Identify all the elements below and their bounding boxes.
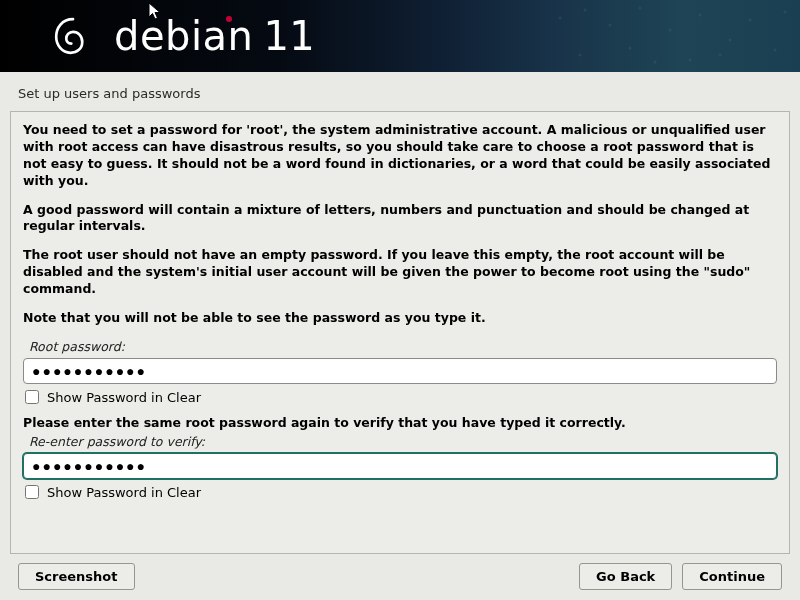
brand-version: 11	[263, 13, 315, 59]
show-password-2-row[interactable]: Show Password in Clear	[25, 485, 777, 500]
header-pattern	[540, 0, 800, 72]
footer-bar: Screenshot Go Back Continue	[0, 563, 800, 590]
screenshot-button[interactable]: Screenshot	[18, 563, 135, 590]
svg-point-2	[609, 24, 612, 27]
svg-point-8	[774, 49, 777, 52]
brand-name: debian	[114, 13, 253, 59]
svg-point-13	[784, 11, 787, 14]
intro-paragraph-3: The root user should not have an empty p…	[23, 247, 777, 298]
svg-point-7	[749, 19, 752, 22]
svg-point-6	[729, 39, 732, 42]
svg-point-4	[669, 29, 672, 32]
show-password-2-checkbox[interactable]	[25, 485, 39, 499]
show-password-2-label: Show Password in Clear	[47, 485, 201, 500]
verify-password-label: Re-enter password to verify:	[29, 434, 777, 449]
root-password-label: Root password:	[29, 339, 777, 354]
svg-point-3	[639, 7, 642, 10]
svg-point-5	[699, 14, 702, 17]
installer-header: debian11	[0, 0, 800, 72]
root-password-input[interactable]	[23, 358, 777, 384]
brand-text: debian11	[114, 13, 315, 59]
intro-paragraph-1: You need to set a password for 'root', t…	[23, 122, 777, 190]
show-password-1-row[interactable]: Show Password in Clear	[25, 390, 777, 405]
svg-point-0	[559, 17, 562, 20]
svg-point-11	[689, 59, 692, 62]
svg-point-12	[719, 54, 722, 57]
svg-point-9	[579, 54, 582, 57]
continue-button[interactable]: Continue	[682, 563, 782, 590]
svg-point-1	[584, 9, 587, 12]
accent-dot	[226, 16, 232, 22]
page-title: Set up users and passwords	[0, 72, 800, 111]
go-back-button[interactable]: Go Back	[579, 563, 672, 590]
verify-password-input[interactable]	[23, 453, 777, 479]
svg-point-10	[629, 47, 632, 50]
verify-prompt: Please enter the same root password agai…	[23, 415, 777, 430]
show-password-1-checkbox[interactable]	[25, 390, 39, 404]
intro-paragraph-4: Note that you will not be able to see th…	[23, 310, 777, 327]
svg-point-14	[654, 61, 657, 64]
intro-paragraph-2: A good password will contain a mixture o…	[23, 202, 777, 236]
show-password-1-label: Show Password in Clear	[47, 390, 201, 405]
debian-swirl-icon	[50, 13, 96, 59]
content-panel: You need to set a password for 'root', t…	[10, 111, 790, 554]
